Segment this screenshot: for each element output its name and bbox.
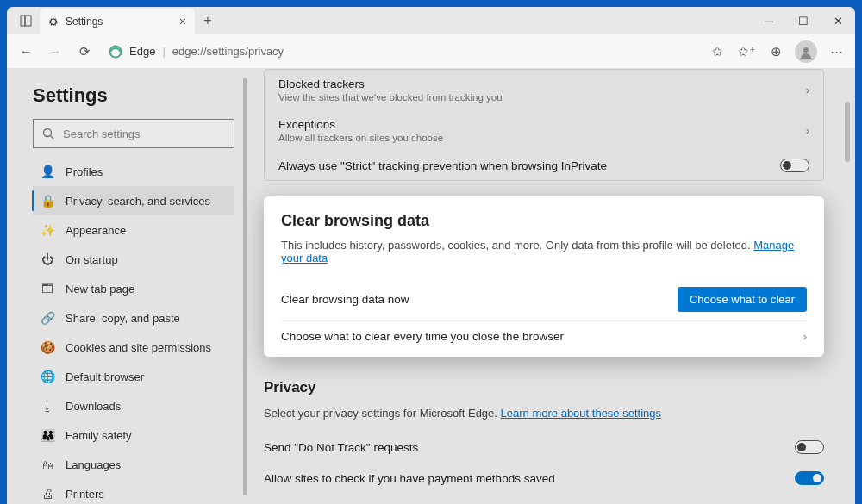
more-button[interactable]: ⋯ (822, 38, 850, 65)
sidebar-item-appearance[interactable]: ✨Appearance (33, 215, 234, 245)
svg-point-3 (803, 47, 809, 53)
close-button[interactable]: ✕ (821, 7, 855, 34)
newtab-icon: 🗔 (40, 282, 55, 296)
sidebar-item-cookies-and-site-permissions[interactable]: 🍪Cookies and site permissions (33, 333, 234, 362)
refresh-button[interactable]: ⟳ (71, 38, 98, 65)
clear-now-row: Clear browsing data now Choose what to c… (281, 278, 807, 320)
brand-label: Edge (129, 45, 155, 58)
edge-icon (109, 45, 122, 59)
titlebar: ⚙ Settings × + ─ ☐ ✕ (7, 7, 855, 34)
sidebar-item-family-safety[interactable]: 👪Family safety (33, 420, 234, 450)
profile-avatar[interactable] (795, 40, 817, 63)
clear-on-close-row[interactable]: Choose what to clear every time you clos… (281, 320, 807, 352)
clear-description: This includes history, passwords, cookie… (281, 239, 807, 264)
startup-icon: ⏻ (40, 252, 55, 266)
toolbar: ← → ⟳ Edge | edge://settings/privacy ✩ ✩… (7, 34, 855, 69)
do-not-track-row: Send "Do Not Track" requests (264, 432, 824, 463)
blocked-trackers-row[interactable]: Blocked trackers View the sites that we'… (265, 70, 823, 110)
sidebar-item-label: Languages (66, 458, 121, 471)
svg-rect-1 (25, 16, 31, 26)
lock-icon: 🔒 (40, 194, 55, 208)
settings-sidebar: Settings Search settings 👤Profiles🔒Priva… (7, 69, 247, 504)
forward-button[interactable]: → (41, 38, 69, 65)
chevron-right-icon: › (806, 124, 809, 137)
browser-icon: 🌐 (40, 370, 55, 383)
sidebar-item-languages[interactable]: 🗛Languages (33, 450, 234, 479)
tracking-prevention-card: Blocked trackers View the sites that we'… (264, 69, 824, 181)
svg-rect-0 (21, 16, 25, 26)
privacy-heading: Privacy (264, 379, 824, 396)
sidebar-item-label: Default browser (66, 370, 144, 383)
sidebar-item-label: Appearance (66, 224, 126, 237)
svg-point-4 (44, 129, 52, 137)
sidebar-item-downloads[interactable]: ⭳Downloads (33, 391, 234, 420)
printers-icon: 🖨 (40, 487, 55, 501)
search-placeholder: Search settings (63, 128, 141, 140)
exceptions-row[interactable]: Exceptions Allow all trackers on sites y… (265, 110, 823, 151)
minimize-button[interactable]: ─ (752, 7, 786, 34)
app-icon (17, 12, 34, 29)
tab-close-icon[interactable]: × (179, 15, 186, 28)
payment-check-toggle[interactable] (795, 471, 824, 485)
sidebar-item-new-tab-page[interactable]: 🗔New tab page (33, 274, 234, 303)
sidebar-item-share-copy-and-paste[interactable]: 🔗Share, copy, and paste (33, 303, 234, 333)
address-bar[interactable]: Edge | edge://settings/privacy (100, 39, 702, 65)
sidebar-item-on-startup[interactable]: ⏻On startup (33, 245, 234, 274)
gear-icon: ⚙ (48, 16, 59, 28)
choose-what-to-clear-button[interactable]: Choose what to clear (678, 287, 807, 312)
tab-title: Settings (66, 16, 103, 28)
search-input[interactable]: Search settings (33, 119, 234, 148)
favorites-bar-button[interactable]: ✩⁺ (733, 38, 760, 65)
sidebar-item-default-browser[interactable]: 🌐Default browser (33, 362, 234, 391)
sidebar-item-profiles[interactable]: 👤Profiles (33, 157, 234, 186)
scrollbar-thumb[interactable] (845, 102, 850, 162)
strict-inprivate-toggle[interactable] (780, 159, 809, 172)
sidebar-item-label: Cookies and site permissions (66, 341, 211, 354)
share-icon: 🔗 (40, 311, 55, 325)
chevron-right-icon: › (803, 330, 807, 343)
sidebar-item-label: Share, copy, and paste (66, 312, 180, 325)
sidebar-item-privacy-search-and-services[interactable]: 🔒Privacy, search, and services (33, 186, 234, 215)
clear-browsing-data-section: Clear browsing data This includes histor… (264, 196, 824, 357)
clear-title: Clear browsing data (281, 212, 807, 230)
appearance-icon: ✨ (40, 223, 55, 237)
strict-inprivate-row[interactable]: Always use "Strict" tracking prevention … (265, 151, 823, 180)
favorite-button[interactable]: ✩ (703, 38, 731, 65)
sidebar-item-label: Printers (66, 488, 104, 501)
languages-icon: 🗛 (40, 457, 55, 471)
settings-title: Settings (33, 84, 234, 107)
person-icon: 👤 (40, 165, 55, 178)
do-not-track-toggle[interactable] (795, 440, 824, 454)
chevron-right-icon: › (806, 84, 809, 96)
svg-line-5 (51, 136, 54, 140)
learn-more-link[interactable]: Learn more about these settings (501, 407, 661, 420)
downloads-icon: ⭳ (40, 399, 55, 413)
sidebar-item-printers[interactable]: 🖨Printers (33, 479, 234, 504)
maximize-button[interactable]: ☐ (786, 7, 821, 34)
new-tab-button[interactable]: + (195, 13, 221, 28)
url-text: edge://settings/privacy (172, 45, 284, 58)
cookies-icon: 🍪 (40, 340, 55, 354)
back-button[interactable]: ← (12, 38, 40, 65)
browser-tab[interactable]: ⚙ Settings × (40, 9, 195, 34)
privacy-description: Select your privacy settings for Microso… (264, 407, 824, 420)
collections-button[interactable]: ⊕ (762, 38, 790, 65)
payment-methods-row: Allow sites to check if you have payment… (264, 463, 824, 494)
sidebar-item-label: Family safety (66, 429, 132, 442)
sidebar-item-label: Privacy, search, and services (66, 195, 210, 208)
search-icon (42, 128, 54, 140)
sidebar-item-label: Downloads (66, 400, 121, 413)
settings-main: Blocked trackers View the sites that we'… (247, 69, 855, 504)
sidebar-item-label: New tab page (66, 283, 134, 296)
sidebar-item-label: Profiles (66, 165, 103, 178)
sidebar-item-label: On startup (66, 253, 118, 266)
family-icon: 👪 (40, 428, 55, 442)
